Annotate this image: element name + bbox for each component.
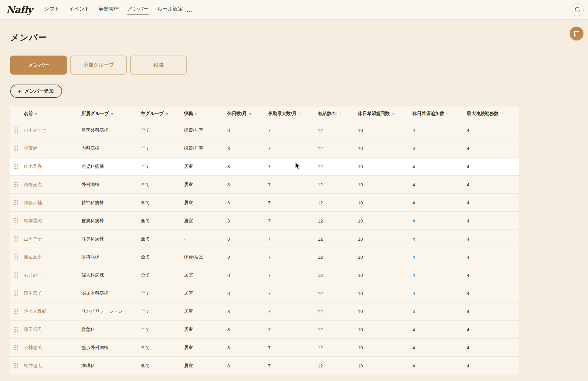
cell-max-consecutive: 4	[467, 309, 519, 314]
cell-role: 居室	[184, 218, 227, 224]
column-header-holiday_request_total[interactable]: 休日希望総回数↓↑	[358, 111, 413, 117]
column-header-night_shift_max_month[interactable]: 夜勤最大数/月↓↑	[268, 111, 318, 117]
cell-paid-leave: 12	[318, 363, 358, 368]
cell-role: 居室	[184, 164, 227, 169]
drag-handle-cell	[10, 126, 24, 134]
more-menu-button[interactable]: …	[186, 8, 193, 11]
brand-logo[interactable]: Nafly	[6, 4, 33, 15]
sort-icon: ↓↑	[248, 112, 251, 116]
drag-handle-icon[interactable]	[14, 163, 19, 170]
drag-handle-cell	[10, 290, 24, 297]
add-member-button[interactable]: + メンバー追加	[10, 85, 62, 98]
cell-night-shift-max: 7	[268, 273, 318, 278]
column-header-days_off_month[interactable]: 休日数/月↓↑	[227, 111, 268, 117]
drag-handle-icon[interactable]	[14, 199, 19, 206]
member-name-link[interactable]: 佐藤健	[24, 146, 81, 151]
drag-handle-icon[interactable]	[14, 290, 19, 297]
add-member-label: メンバー追加	[24, 88, 54, 94]
member-name-link[interactable]: 加藤大輔	[24, 200, 81, 206]
cell-group: 整形外科病棟	[81, 345, 141, 351]
cell-holiday-request-total: 10	[358, 182, 413, 187]
member-name-link[interactable]: 松本香織	[24, 218, 81, 224]
member-name-link[interactable]: 鈴木美香	[24, 164, 81, 169]
cell-holiday-request-total: 10	[358, 164, 413, 169]
nav-item-work-management[interactable]: 実働管理	[98, 4, 119, 15]
drag-handle-icon[interactable]	[14, 145, 19, 152]
cell-holiday-request-add: 4	[413, 218, 467, 223]
table-row: 鈴木美香 小児科病棟 全て 居室 8 7 12 10 4 4	[10, 157, 519, 175]
member-name-link[interactable]: 山田幸子	[24, 236, 81, 242]
cell-role: 居室	[184, 363, 227, 369]
drag-handle-icon[interactable]	[14, 253, 19, 261]
cell-main-group: 全て	[141, 146, 184, 151]
cell-main-group: 全て	[141, 127, 184, 133]
member-name-link[interactable]: 佐々木真紀	[24, 309, 81, 314]
drag-handle-icon[interactable]	[14, 217, 19, 224]
cell-main-group: 全て	[141, 236, 184, 242]
drag-handle-icon[interactable]	[14, 126, 19, 134]
member-name-link[interactable]: 森本恵子	[24, 290, 81, 296]
column-header-max_consecutive_workdays[interactable]: 最大連続勤務数↓↑	[467, 111, 519, 117]
column-header-group[interactable]: 所属グループ↓↑	[81, 111, 141, 117]
tab-bar: メンバー所属グループ役職	[10, 56, 588, 75]
member-name-link[interactable]: 山本みずき	[24, 127, 81, 133]
member-name-link[interactable]: 石井純一	[24, 272, 81, 278]
cell-holiday-request-total: 10	[358, 327, 413, 332]
cell-days-off: 8	[227, 236, 268, 242]
column-header-paid_leave_year[interactable]: 有給数/年↓↑	[318, 111, 358, 117]
nav-item-members[interactable]: メンバー	[127, 4, 149, 15]
column-header-name[interactable]: 名前↓↑	[24, 111, 81, 117]
cell-main-group: 全て	[141, 182, 184, 187]
cell-days-off: 8	[227, 200, 268, 205]
cell-role: 居室	[184, 200, 227, 206]
cell-paid-leave: 12	[318, 200, 358, 205]
sort-icon: ↓↑	[195, 112, 197, 116]
drag-handle-icon[interactable]	[14, 271, 19, 279]
drag-handle-icon[interactable]	[14, 308, 19, 315]
cell-paid-leave: 12	[318, 345, 358, 350]
table-body: 山本みずき 整形外科病棟 全て 棟責/居室 8 7 12 10 4 4 佐藤健 …	[10, 121, 519, 374]
nav-item-event[interactable]: イベント	[68, 4, 90, 15]
drag-handle-icon[interactable]	[14, 181, 19, 188]
table-header-row: 名前↓↑所属グループ↓↑主グループ↓↑役職↓↑休日数/月↓↑夜勤最大数/月↓↑有…	[10, 107, 519, 121]
member-name-link[interactable]: 渡辺直樹	[24, 254, 81, 260]
column-label: 休日希望総回数	[358, 111, 390, 117]
drag-handle-icon[interactable]	[14, 235, 19, 242]
drag-handle-icon[interactable]	[14, 362, 19, 369]
nav-item-shift[interactable]: シフト	[44, 4, 60, 15]
cell-paid-leave: 12	[318, 182, 358, 187]
cell-max-consecutive: 4	[467, 363, 519, 368]
cell-night-shift-max: 7	[268, 309, 318, 314]
cell-group: 病理科	[81, 363, 141, 369]
member-name-link[interactable]: 小林恵美	[24, 345, 81, 351]
cell-role: -	[184, 236, 227, 242]
column-label: 夜勤最大数/月	[268, 111, 296, 117]
notifications-button[interactable]	[571, 3, 584, 16]
member-name-link[interactable]: 藤田裕司	[24, 327, 81, 332]
member-name-link[interactable]: 高橋光次	[24, 182, 81, 187]
tab-members[interactable]: メンバー	[10, 56, 67, 75]
table-row: 山本みずき 整形外科病棟 全て 棟責/居室 8 7 12 10 4 4	[10, 121, 519, 139]
sort-icon: ↓↑	[339, 112, 341, 116]
member-name-link[interactable]: 松井聡太	[24, 363, 81, 369]
cell-holiday-request-add: 4	[413, 363, 467, 368]
sort-icon: ↓↑	[111, 112, 113, 116]
tab-groups[interactable]: 所属グループ	[70, 56, 127, 75]
cell-paid-leave: 12	[318, 255, 358, 260]
cell-holiday-request-total: 10	[358, 309, 413, 314]
drag-handle-cell	[10, 199, 24, 206]
sort-icon: ↓↑	[35, 112, 37, 116]
nav-item-rule-settings[interactable]: ルール設定	[157, 4, 184, 15]
drag-handle-icon[interactable]	[14, 344, 19, 351]
cell-group: 泌尿器科病棟	[81, 290, 141, 296]
cell-days-off: 8	[227, 146, 268, 151]
column-header-holiday_request_add[interactable]: 休日希望追加数↓↑	[413, 111, 467, 117]
column-header-main_group[interactable]: 主グループ↓↑	[141, 111, 184, 117]
tab-roles[interactable]: 役職	[130, 56, 187, 75]
column-header-role[interactable]: 役職↓↑	[184, 111, 227, 117]
cell-group: 耳鼻科病棟	[81, 236, 141, 242]
cell-max-consecutive: 4	[467, 218, 519, 223]
drag-handle-icon[interactable]	[14, 326, 19, 333]
cell-holiday-request-total: 10	[358, 146, 413, 151]
cell-paid-leave: 12	[318, 146, 358, 151]
